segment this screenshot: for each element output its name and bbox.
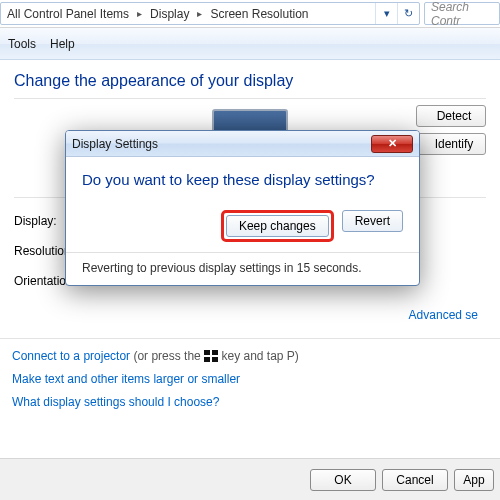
crumb-display[interactable]: Display — [144, 3, 195, 24]
identify-button[interactable]: Identify — [416, 133, 486, 155]
what-settings-link[interactable]: What display settings should I choose? — [12, 395, 219, 409]
ok-button[interactable]: OK — [310, 469, 376, 491]
bottom-button-bar: OK Cancel App — [0, 458, 500, 500]
dialog-title: Display Settings — [72, 137, 371, 151]
refresh-icon[interactable]: ↻ — [397, 3, 419, 24]
menu-help[interactable]: Help — [50, 37, 75, 51]
divider — [14, 98, 486, 99]
footer-links: Connect to a projector (or press the key… — [0, 338, 500, 419]
apply-button[interactable]: App — [454, 469, 494, 491]
revert-countdown-text: Reverting to previous display settings i… — [82, 261, 403, 275]
crumb-screen-resolution[interactable]: Screen Resolution — [204, 3, 314, 24]
breadcrumb[interactable]: All Control Panel Items ▸ Display ▸ Scre… — [0, 2, 420, 25]
display-settings-dialog: Display Settings ✕ Do you want to keep t… — [65, 130, 420, 286]
dropdown-arrow-icon[interactable]: ▾ — [375, 3, 397, 24]
close-icon[interactable]: ✕ — [371, 135, 413, 153]
windows-key-icon — [204, 350, 218, 362]
cancel-button[interactable]: Cancel — [382, 469, 448, 491]
search-input[interactable]: Search Contr — [424, 2, 500, 25]
menu-bar: Tools Help — [0, 28, 500, 60]
divider — [66, 252, 419, 253]
address-bar: All Control Panel Items ▸ Display ▸ Scre… — [0, 0, 500, 28]
crumb-all-items[interactable]: All Control Panel Items — [1, 3, 135, 24]
text-size-link[interactable]: Make text and other items larger or smal… — [12, 372, 240, 386]
projector-hint-2: key and tap P) — [221, 349, 298, 363]
highlight-ring: Keep changes — [221, 210, 334, 242]
projector-hint-1: (or press the — [133, 349, 204, 363]
page-title: Change the appearance of your display — [14, 72, 486, 90]
dialog-heading: Do you want to keep these display settin… — [82, 171, 403, 188]
detect-button[interactable]: Detect — [416, 105, 486, 127]
menu-tools[interactable]: Tools — [8, 37, 36, 51]
projector-link[interactable]: Connect to a projector — [12, 349, 130, 363]
chevron-right-icon[interactable]: ▸ — [135, 8, 144, 19]
chevron-right-icon[interactable]: ▸ — [195, 8, 204, 19]
keep-changes-button[interactable]: Keep changes — [226, 215, 329, 237]
revert-button[interactable]: Revert — [342, 210, 403, 232]
dialog-titlebar[interactable]: Display Settings ✕ — [66, 131, 419, 157]
advanced-settings-link[interactable]: Advanced se — [14, 296, 486, 338]
